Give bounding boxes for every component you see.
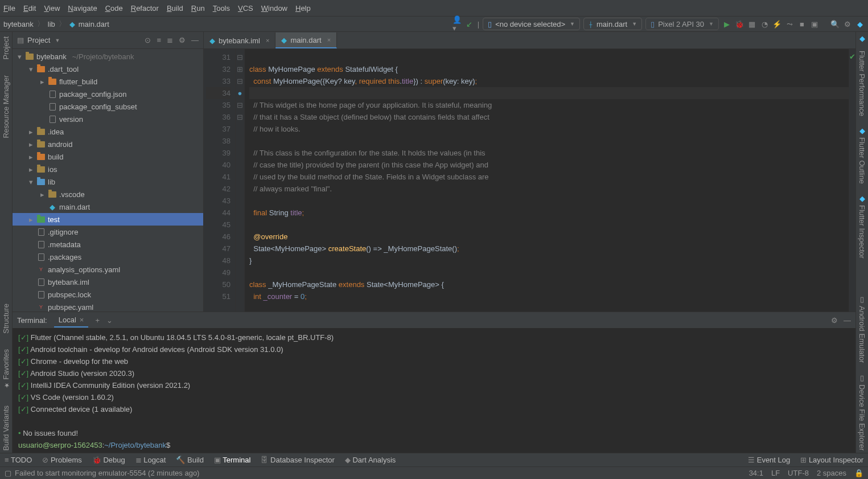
- tree-row[interactable]: ▸flutter_build: [13, 75, 203, 88]
- tree-row[interactable]: .gitignore: [13, 226, 203, 238]
- tool-flutter-performance[interactable]: Flutter Performance: [858, 48, 866, 118]
- debug-icon[interactable]: 🐞: [735, 19, 744, 28]
- tree-row[interactable]: ▾.dart_tool: [13, 63, 203, 75]
- tree-arrow[interactable]: ▾: [27, 65, 34, 73]
- error-stripe[interactable]: ✔: [849, 49, 855, 312]
- tree-row[interactable]: bytebank.iml: [13, 276, 203, 288]
- status-field[interactable]: 34:1: [749, 469, 763, 477]
- status-icon[interactable]: ▢: [5, 469, 11, 477]
- menu-navigate[interactable]: Navigate: [68, 4, 97, 13]
- bottom-tool-todo[interactable]: ≡ TODO: [5, 456, 32, 464]
- menu-run[interactable]: Run: [191, 4, 205, 13]
- add-terminal-icon[interactable]: +: [95, 316, 100, 325]
- status-field[interactable]: UTF-8: [788, 469, 809, 477]
- tree-row[interactable]: Yanalysis_options.yaml: [13, 263, 203, 276]
- device-selector[interactable]: ▯ <no device selected> ▼: [483, 18, 580, 30]
- tree-row[interactable]: ▸build: [13, 150, 203, 163]
- tool-resource-manager[interactable]: Resource Manager: [2, 73, 10, 141]
- stop-icon[interactable]: ■: [797, 19, 807, 28]
- tree-arrow[interactable]: ▸: [27, 153, 34, 161]
- line-gutter[interactable]: 3132333435363738394041424344454647484950…: [204, 49, 236, 312]
- editor-tab[interactable]: ◆bytebank.iml×: [204, 32, 275, 48]
- tool-android-emulator[interactable]: ▯ Android Emulator: [858, 293, 866, 365]
- tree-row[interactable]: .packages: [13, 251, 203, 263]
- hide-icon[interactable]: —: [844, 316, 851, 325]
- gear-icon[interactable]: ⚙: [179, 36, 186, 44]
- tree-arrow[interactable]: ▸: [27, 165, 34, 174]
- tool-build-variants[interactable]: Build Variants: [2, 403, 10, 453]
- bottom-tool-terminal[interactable]: ▣ Terminal: [214, 456, 251, 464]
- bottom-tool-logcat[interactable]: ≣ Logcat: [135, 456, 166, 464]
- tree-arrow[interactable]: ▾: [16, 52, 23, 61]
- breadcrumb-project[interactable]: bytebank: [3, 20, 34, 28]
- tree-row[interactable]: ▸.idea: [13, 125, 203, 138]
- breadcrumb-file[interactable]: main.dart: [79, 20, 109, 28]
- menu-help[interactable]: Help: [295, 4, 311, 13]
- coverage-icon[interactable]: ▦: [747, 19, 756, 28]
- menu-view[interactable]: View: [44, 4, 60, 13]
- tree-arrow[interactable]: ▸: [27, 215, 34, 224]
- tree-row[interactable]: .metadata: [13, 238, 203, 251]
- menu-refactor[interactable]: Refactor: [131, 4, 159, 13]
- tree-row[interactable]: ▾lib: [13, 175, 203, 188]
- menu-file[interactable]: File: [3, 4, 15, 13]
- profile-icon[interactable]: ◔: [760, 19, 769, 28]
- project-title[interactable]: Project: [27, 36, 50, 44]
- flutter-corner-icon[interactable]: ◆: [855, 19, 865, 28]
- tree-row[interactable]: version: [13, 113, 203, 125]
- tool-structure[interactable]: Structure: [2, 301, 10, 336]
- tool-project[interactable]: Project: [2, 34, 10, 62]
- add-configuration-icon[interactable]: 👤▾: [452, 19, 462, 28]
- code-area[interactable]: class MyHomePage extends StatefulWidget …: [245, 49, 849, 312]
- fold-gutter[interactable]: ⊟⊞⊟●⊟⊟: [236, 49, 245, 312]
- menu-code[interactable]: Code: [105, 4, 123, 13]
- tool-flutter-outline[interactable]: ◆ Flutter Outline: [858, 124, 866, 186]
- project-tree[interactable]: ▾bytebank~/Projeto/bytebank▾.dart_tool▸f…: [13, 49, 203, 312]
- emulator-selector[interactable]: ▯ Pixel 2 API 30 ▼: [645, 18, 719, 30]
- tree-arrow[interactable]: ▸: [39, 77, 46, 86]
- run-config-selector[interactable]: ⟊ main.dart ▼: [583, 18, 642, 30]
- hot-reload-icon[interactable]: ⚡: [772, 19, 781, 28]
- expand-all-icon[interactable]: ≡: [157, 36, 161, 44]
- gear-icon[interactable]: ⚙: [831, 316, 838, 325]
- tree-row[interactable]: Ypubspec.yaml: [13, 301, 203, 312]
- sync-icon[interactable]: ↙: [465, 19, 474, 28]
- tree-row[interactable]: package_config_subset: [13, 100, 203, 113]
- tree-arrow[interactable]: ▸: [27, 128, 34, 136]
- bottom-tool-event-log[interactable]: ☰ Event Log: [748, 456, 790, 464]
- tool-favorites[interactable]: ★ Favorites: [2, 347, 10, 391]
- bottom-tool-problems[interactable]: ⊘ Problems: [42, 456, 82, 464]
- editor-tab[interactable]: ◆main.dart×: [275, 32, 337, 48]
- tree-row[interactable]: ▸test: [13, 213, 203, 226]
- tree-row[interactable]: ▸ios: [13, 163, 203, 175]
- bottom-tool-debug[interactable]: 🐞 Debug: [92, 456, 125, 464]
- status-field[interactable]: LF: [771, 469, 780, 477]
- tree-arrow[interactable]: ▾: [27, 178, 34, 186]
- attach-icon[interactable]: ⤳: [785, 19, 794, 28]
- tree-row[interactable]: package_config.json: [13, 88, 203, 100]
- tree-row[interactable]: ▸.vscode: [13, 188, 203, 200]
- terminal-body[interactable]: [✓] Flutter (Channel stable, 2.5.1, on U…: [13, 328, 855, 453]
- hide-icon[interactable]: —: [191, 36, 199, 44]
- bottom-tool-dart-analysis[interactable]: ◆ Dart Analysis: [345, 456, 396, 464]
- run-icon[interactable]: ▶: [722, 19, 731, 28]
- tree-row[interactable]: ▸android: [13, 138, 203, 150]
- menu-edit[interactable]: Edit: [23, 4, 36, 13]
- tree-arrow[interactable]: ▸: [27, 140, 34, 149]
- terminal-tab-local[interactable]: Local ×: [54, 313, 89, 327]
- tool-flutter-inspector[interactable]: ◆ Flutter Inspector: [858, 192, 866, 261]
- gear-icon[interactable]: ⚙: [843, 19, 852, 28]
- chevron-down-icon[interactable]: ⌄: [106, 316, 113, 325]
- chevron-down-icon[interactable]: ▼: [55, 38, 60, 43]
- close-icon[interactable]: ×: [266, 37, 269, 44]
- status-field[interactable]: 2 spaces: [817, 469, 846, 477]
- tree-row[interactable]: pubspec.lock: [13, 288, 203, 301]
- menu-tools[interactable]: Tools: [213, 4, 230, 13]
- collapse-all-icon[interactable]: ≣: [167, 36, 173, 44]
- tree-row[interactable]: ▾bytebank~/Projeto/bytebank: [13, 50, 203, 63]
- tree-arrow[interactable]: ▸: [39, 190, 46, 199]
- bottom-tool-database-inspector[interactable]: 🗄 Database Inspector: [261, 456, 334, 464]
- bottom-tool-build[interactable]: 🔨 Build: [176, 456, 204, 464]
- tool-device-file-explorer[interactable]: ▯ Device File Explorer: [858, 371, 866, 453]
- tree-row[interactable]: ◆main.dart: [13, 200, 203, 213]
